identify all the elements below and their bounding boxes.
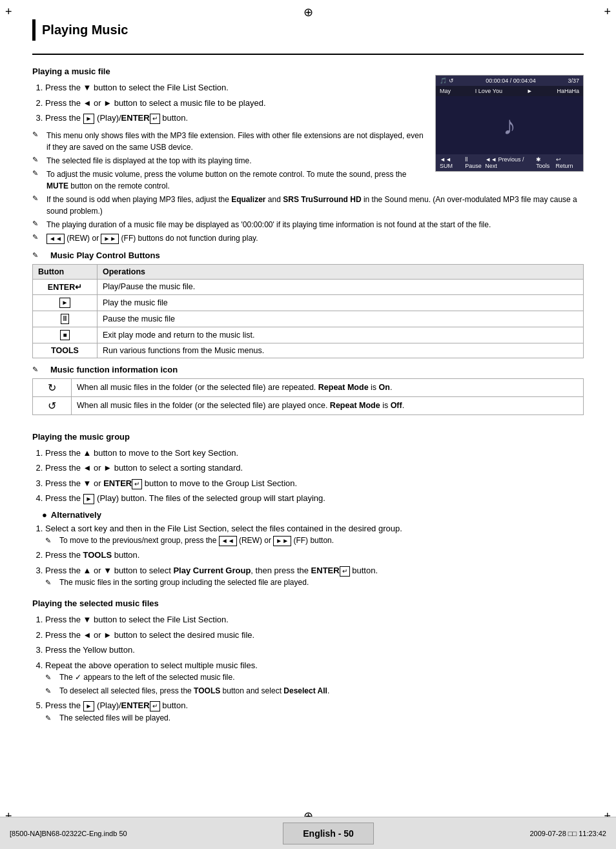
music-play-control-header: ✎ Music Play Control Buttons [32,251,584,260]
table-row: ↺ When all music files in the folder (or… [33,396,584,414]
func-note-sym: ✎ [32,365,46,374]
sel-note-4b: ✎ To deselect all selected files, press … [45,685,584,697]
repeat-on-desc: When all music files in the folder (or t… [72,378,584,396]
table-row: ↻ When all music files in the folder (or… [33,378,584,396]
sel-note-sym-4a: ✎ [45,671,59,683]
screenshot-track: May I Love You ► HaHaHa [436,86,583,96]
corner-mark-tr: + [604,5,611,19]
sel-step-1: Press the ▼ button to select the File Li… [45,613,584,626]
playing-music-group-section: Playing the music group Press the ▲ butt… [32,432,584,589]
repeat-on-icon: ↻ [33,378,72,396]
note-sym-3: ✎ [32,169,46,178]
screenshot-tools: ✱ Tools [536,156,555,169]
alt-steps: Select a sort key and then in the File L… [45,522,584,589]
play-icon: ► [83,114,95,124]
note-row-4: ✎ If the sound is odd when playing MP3 f… [32,194,584,217]
sel-step-5: Press the ► (Play)/ENTER↵ button. ✎ The … [45,699,584,724]
table-row: ■ Exit play mode and return to the music… [33,327,584,343]
btn-stop: ■ [33,327,98,343]
playing-selected-music-section: Playing the selected music files Press t… [32,598,584,724]
selected-music-steps: Press the ▼ button to select the File Li… [45,613,584,724]
music-function-icon-header: ✎ Music function information icon [32,365,584,374]
screenshot-sum: ◄◄ SUM [440,156,465,169]
group-step-1: Press the ▲ button to move to the Sort k… [45,447,584,460]
alt-step-2: Press the TOOLS button. [45,549,584,562]
playing-music-group-title: Playing the music group [32,432,584,442]
note-sym-2: ✎ [32,155,46,164]
sel-step-4: Repeat the above operation to select mul… [45,659,584,697]
group-step-4: Press the ► (Play) button. The files of … [45,492,584,505]
op-pause: Pause the music file [98,311,584,327]
btn-tools: TOOLS [33,343,98,358]
op-stop: Exit play mode and return to the music l… [98,327,584,343]
center-top-mark: ⊕ [303,5,313,19]
screenshot-count: 3/37 [568,77,579,84]
enter-icon: ↵ [150,114,160,124]
alternatively-label: Alternatively [51,510,101,520]
section-title: Playing Music [32,19,584,41]
table-row: ► Play the music file [33,294,584,311]
alt-note-1: ✎ To move to the previous/next group, pr… [45,535,584,546]
corner-mark-tl: + [5,5,12,19]
note-content-2: The selected file is displayed at the to… [46,155,426,167]
alt-step-1: Select a sort key and then in the File L… [45,522,584,547]
icon-table: ↻ When all music files in the folder (or… [32,378,584,415]
music-screenshot: 🎵 ↺ 00:00:04 / 00:04:04 3/37 May I Love … [435,75,584,172]
control-label: Music Play Control Buttons [50,251,160,260]
group-step-2: Press the ◄ or ► button to select a sort… [45,462,584,475]
repeat-off-desc: When all music files in the folder (or t… [72,396,584,414]
screenshot-pause: ll Pause [465,156,485,169]
note-content-6: ◄◄ (REW) or ►► (FF) buttons do not funct… [46,232,584,244]
table-row: ENTER↵ Play/Pause the music file. [33,279,584,294]
note-sym-6: ✎ [32,232,46,241]
screenshot-track-left: May [440,88,451,94]
sel-note-content-4b: To deselect all selected files, press th… [59,685,584,697]
playing-selected-music-title: Playing the selected music files [32,598,584,608]
section-separator [32,54,584,55]
note-row-1: ✎ This menu only shows files with the MP… [32,130,426,153]
control-note-sym: ✎ [32,251,46,260]
alt-note-sym-2: ✎ [45,577,59,588]
table-row: II Pause the music file [33,311,584,327]
sel-note-5: ✎ The selected files will be played. [45,712,584,724]
btn-play: ► [33,294,98,311]
table-row: TOOLS Run various functions from the Mus… [33,343,584,358]
note-row-5: ✎ The playing duration of a music file m… [32,219,584,230]
sel-note-content-5: The selected files will be played. [59,712,584,724]
group-step-3: Press the ▼ or ENTER↵ button to move to … [45,477,584,490]
enter-label: ENTER [121,113,150,123]
sel-note-sym-5: ✎ [45,712,59,724]
music-note-icon: ♪ [503,111,516,140]
alt-note-sym-1: ✎ [45,535,59,546]
op-play: Play the music file [98,294,584,311]
note-sym-1: ✎ [32,130,46,139]
alt-note-2: ✎ The music files in the sorting group i… [45,577,584,588]
op-tools: Run various functions from the Music men… [98,343,584,358]
control-table-header-row: Button Operations [33,264,584,279]
note-row-6: ✎ ◄◄ (REW) or ►► (FF) buttons do not fun… [32,232,584,244]
op-enter: Play/Pause the music file. [98,279,584,294]
screenshot-return: ↩ Return [556,156,579,169]
btn-enter: ENTER↵ [33,279,98,294]
sel-step-2: Press the ◄ or ► button to select the de… [45,629,584,642]
note-sym-5: ✎ [32,219,46,228]
music-group-steps: Press the ▲ button to move to the Sort k… [45,447,584,505]
footer-left: [8500-NA]BN68-02322C-Eng.indb 50 [10,830,127,837]
btn-pause: II [33,311,98,327]
note-content-4: If the sound is odd when playing MP3 fil… [46,194,584,217]
sel-note-4a: ✎ The ✓ appears to the left of the selec… [45,671,584,683]
note-row-3: ✎ To adjust the music volume, press the … [32,169,426,192]
func-label: Music function information icon [50,365,178,374]
sel-note-sym-4b: ✎ [45,685,59,697]
note-content-5: The playing duration of a music file may… [46,219,584,230]
alt-step-3: Press the ▲ or ▼ button to select Play C… [45,564,584,589]
repeat-off-icon: ↺ [33,396,72,414]
note-content-1: This menu only shows files with the MP3 … [46,130,426,153]
screenshot-icon: 🎵 ↺ [440,77,454,84]
control-table: Button Operations ENTER↵ Play/Pause the … [32,264,584,358]
english-badge: English - 50 [283,823,374,844]
alternatively-header: ● Alternatively [42,510,584,520]
bullet-dot: ● [42,510,47,520]
alt-note-content-2: The music files in the sorting group inc… [59,577,584,588]
screenshot-track-right: HaHaHa [557,88,579,94]
